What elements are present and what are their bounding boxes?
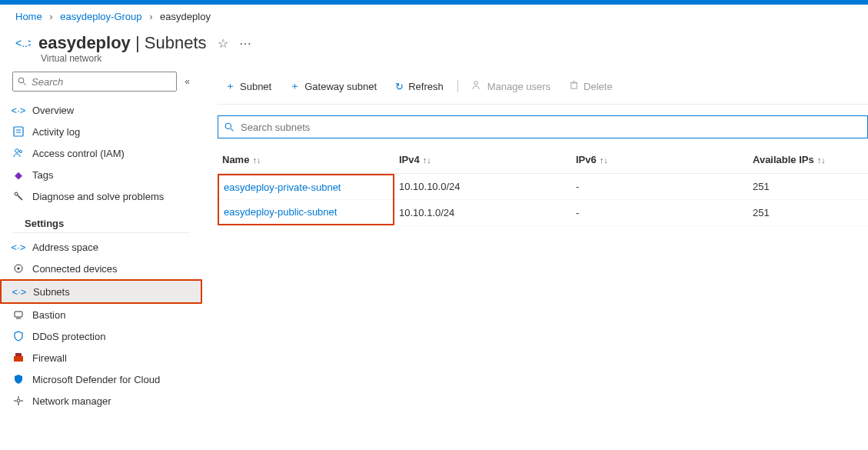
sidebar-search[interactable]	[12, 72, 177, 92]
sidebar-item-label: Subnets	[33, 286, 70, 298]
col-available[interactable]: Available IPs↑↓	[748, 146, 868, 174]
svg-rect-3	[14, 127, 23, 136]
sidebar-item-address-space[interactable]: <·> Address space	[0, 236, 202, 258]
subnet-link[interactable]: easydeploy-private-subnet	[224, 182, 341, 193]
sidebar-item-tags[interactable]: ◆ Tags	[0, 164, 202, 185]
vnet-icon: <·>	[12, 104, 25, 116]
sidebar-item-ddos[interactable]: DDoS protection	[0, 325, 202, 347]
svg-line-2	[24, 83, 26, 85]
col-name[interactable]: Name↑↓	[218, 146, 394, 174]
sidebar-item-connected-devices[interactable]: Connected devices	[0, 258, 202, 279]
svg-line-26	[231, 128, 233, 131]
plus-icon: ＋	[225, 79, 235, 93]
breadcrumb-group[interactable]: easydeploy-Group	[60, 11, 141, 22]
firewall-icon	[12, 352, 25, 364]
sidebar-item-iam[interactable]: Access control (IAM)	[0, 142, 202, 164]
add-subnet-button[interactable]: ＋ Subnet	[218, 76, 279, 96]
sidebar-item-label: Connected devices	[32, 263, 118, 275]
sort-icon: ↑↓	[252, 155, 261, 165]
cell-available: 251	[748, 199, 868, 225]
toolbar-separator	[457, 80, 458, 92]
svg-rect-12	[15, 312, 22, 317]
sort-icon: ↑↓	[423, 155, 431, 165]
cell-ipv4: 10.10.10.0/24	[394, 174, 571, 200]
sidebar-item-overview[interactable]: <·> Overview	[0, 99, 202, 121]
sidebar-section-settings: Settings	[12, 207, 190, 233]
network-manager-icon	[12, 395, 25, 407]
sidebar-item-defender[interactable]: Microsoft Defender for Cloud	[0, 368, 202, 390]
search-subnets[interactable]	[218, 115, 868, 138]
delete-button[interactable]: Delete	[561, 77, 620, 95]
page-title: easydeploy | Subnets	[38, 33, 207, 53]
sidebar-item-activity[interactable]: Activity log	[0, 121, 202, 142]
toolbar-label: Manage users	[487, 81, 550, 92]
sidebar-item-bastion[interactable]: Bastion	[0, 304, 202, 325]
sidebar-item-firewall[interactable]: Firewall	[0, 347, 202, 368]
manage-users-button[interactable]: Manage users	[464, 77, 558, 96]
sidebar-item-subnets[interactable]: <·> Subnets	[0, 279, 202, 304]
breadcrumb-home[interactable]: Home	[15, 11, 42, 22]
more-icon[interactable]: ⋯	[239, 36, 251, 51]
activity-log-icon	[12, 125, 25, 138]
sidebar-item-diagnose[interactable]: Diagnose and solve problems	[0, 185, 202, 207]
sidebar-item-label: Network manager	[32, 395, 111, 407]
star-icon[interactable]: ☆	[218, 36, 228, 51]
shield-icon	[12, 330, 25, 342]
address-space-icon: <·>	[12, 241, 25, 253]
sidebar-item-label: Tags	[32, 169, 53, 181]
search-icon	[224, 122, 234, 132]
col-ipv6[interactable]: IPv6↑↓	[571, 146, 748, 174]
search-subnets-input[interactable]	[239, 121, 861, 134]
sidebar-item-label: Overview	[32, 105, 74, 116]
refresh-icon: ↻	[395, 81, 404, 92]
toolbar-label: Delete	[584, 81, 613, 92]
cell-available: 251	[748, 174, 868, 200]
breadcrumb: Home › easydeploy-Group › easydeploy	[0, 5, 868, 28]
sidebar-item-label: Address space	[32, 242, 98, 253]
svg-rect-22	[571, 83, 577, 88]
bastion-icon	[12, 308, 25, 321]
page-header: <..> easydeploy | Subnets ☆ ⋯	[0, 28, 868, 55]
tag-icon: ◆	[12, 168, 25, 181]
sidebar-item-label: Diagnose and solve problems	[32, 191, 164, 202]
chevron-right-icon: ›	[149, 11, 152, 22]
svg-text:<..>: <..>	[15, 37, 31, 49]
resource-type-label: Virtual network	[0, 53, 868, 72]
chevron-right-icon: ›	[49, 11, 52, 22]
search-icon	[18, 77, 27, 86]
svg-rect-15	[15, 353, 22, 356]
plus-icon: ＋	[290, 79, 300, 93]
subnets-table: Name↑↓ IPv4↑↓ IPv6↑↓ Available IPs↑↓ eas…	[218, 146, 868, 226]
toolbar-label: Subnet	[240, 81, 271, 92]
sort-icon: ↑↓	[600, 155, 608, 165]
collapse-sidebar-icon[interactable]: «	[185, 76, 190, 87]
svg-line-9	[18, 195, 23, 201]
toolbar-label: Gateway subnet	[304, 81, 377, 92]
svg-rect-14	[14, 356, 23, 362]
cell-ipv6: -	[571, 174, 748, 200]
subnet-link[interactable]: easydeploy-public-subnet	[224, 206, 337, 218]
trash-icon	[569, 80, 579, 92]
defender-icon	[12, 373, 25, 385]
col-ipv4[interactable]: IPv4↑↓	[394, 146, 571, 174]
svg-point-8	[15, 192, 18, 195]
sidebar-item-network-manager[interactable]: Network manager	[0, 390, 202, 412]
sidebar-search-input[interactable]	[30, 75, 171, 88]
svg-point-1	[18, 78, 24, 83]
add-gateway-subnet-button[interactable]: ＋ Gateway subnet	[282, 76, 384, 96]
toolbar: ＋ Subnet ＋ Gateway subnet ↻ Refresh Mana…	[218, 72, 868, 105]
sort-icon: ↑↓	[817, 155, 826, 165]
refresh-button[interactable]: ↻ Refresh	[387, 78, 451, 95]
breadcrumb-current: easydeploy	[160, 11, 211, 22]
svg-point-21	[474, 81, 477, 85]
sidebar-item-label: Bastion	[32, 309, 65, 321]
cell-ipv6: -	[571, 199, 748, 225]
svg-point-25	[225, 123, 231, 128]
sidebar-item-label: DDoS protection	[32, 331, 105, 342]
toolbar-label: Refresh	[408, 81, 444, 92]
sidebar-item-label: Activity log	[32, 126, 80, 138]
sidebar-item-label: Access control (IAM)	[32, 148, 125, 159]
cell-ipv4: 10.10.1.0/24	[394, 199, 571, 225]
vnet-icon: <..>	[15, 35, 31, 51]
svg-point-6	[15, 149, 19, 153]
